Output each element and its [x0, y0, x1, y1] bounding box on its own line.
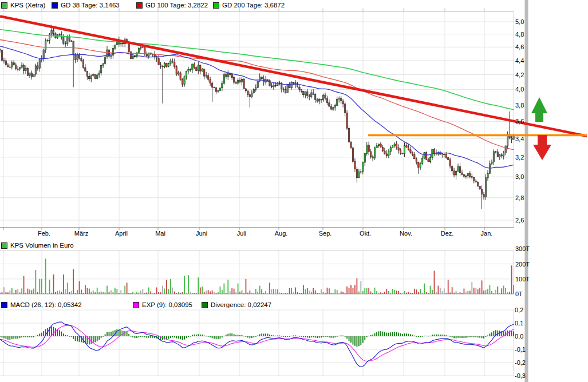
candle-body: [321, 100, 322, 100]
candle-body: [142, 47, 143, 47]
divergence-bar: [452, 336, 453, 337]
candle-body: [164, 63, 165, 67]
divergence-bar: [337, 336, 338, 337]
volume-bar: [396, 291, 397, 294]
divergence-bar: [400, 333, 401, 336]
candle-body: [29, 73, 30, 75]
candle-body: [144, 47, 145, 54]
divergence-bar: [309, 336, 310, 338]
divergence-bar: [204, 336, 205, 337]
macd-axis-label: 0,1: [515, 320, 523, 327]
volume-bar: [398, 291, 399, 294]
volume-bar: [238, 284, 239, 294]
candle-body: [317, 100, 318, 101]
candle-body: [428, 160, 429, 162]
divergence-bar: [128, 334, 129, 336]
candle-body: [25, 68, 26, 70]
candle-body: [392, 146, 393, 148]
divergence-bar: [269, 335, 270, 336]
candle-body: [249, 95, 250, 97]
volume-bar: [259, 286, 261, 294]
divergence-bar: [124, 331, 125, 336]
volume-bar: [116, 289, 117, 294]
divergence-bar: [325, 336, 326, 337]
divergence-bar: [406, 333, 407, 336]
volume-bar: [55, 292, 56, 294]
candle-body: [86, 71, 88, 76]
divergence-bar: [57, 329, 58, 336]
divergence-bar: [139, 336, 140, 337]
price-axis-label: 3,6: [515, 118, 524, 125]
divergence-bar: [364, 336, 365, 340]
candle-body: [218, 90, 219, 91]
divergence-bar: [93, 336, 94, 343]
candle-body: [348, 128, 349, 142]
volume-bar: [190, 292, 191, 294]
candle-body: [384, 151, 385, 154]
candle-body: [364, 153, 365, 162]
candle-body: [360, 172, 361, 172]
candle-body: [210, 79, 211, 83]
candle-body: [467, 174, 468, 176]
volume-bar: [490, 285, 491, 294]
up-arrow-icon: [531, 97, 547, 122]
volume-bar: [456, 291, 457, 294]
macd-legend-macd: MACD (26, 12): 0,05342: [1, 301, 82, 309]
price-chart-canvas[interactable]: 5,04,84,64,44,24,03,83,63,43,23,02,82,63…: [0, 0, 588, 382]
price-axis-label: 4,4: [515, 57, 524, 64]
candle-body: [402, 153, 403, 154]
divergence-bar: [370, 335, 372, 336]
divergence-bar: [238, 335, 239, 337]
candle-body: [463, 174, 464, 176]
candle-body: [493, 152, 494, 162]
divergence-bar: [164, 336, 165, 340]
volume-bar: [21, 288, 22, 294]
axis-labels-layer: 5,04,84,64,44,24,03,83,63,43,23,02,82,63…: [38, 18, 530, 379]
divergence-bar: [426, 336, 427, 336]
divergence-bar: [140, 336, 141, 337]
divergence-bar: [467, 336, 468, 337]
volume-bar: [501, 288, 502, 294]
volume-bar: [337, 290, 338, 294]
candle-body: [207, 75, 208, 79]
volume-bar: [404, 291, 405, 294]
candle-body: [303, 91, 304, 94]
candle-body: [368, 145, 369, 152]
candle-body: [17, 69, 18, 69]
divergence-bar: [132, 336, 133, 337]
candle-body: [181, 79, 183, 85]
divergence-bar: [69, 336, 70, 337]
volume-bar: [499, 293, 500, 294]
volume-bar: [166, 280, 167, 294]
volume-bar: [47, 293, 48, 294]
candle-body: [461, 173, 463, 174]
candle-body: [31, 73, 32, 77]
volume-bar: [13, 293, 14, 294]
divergence-bar: [394, 332, 395, 336]
divergence-bar: [196, 335, 197, 336]
divergence-bar: [418, 336, 419, 337]
candle-body: [301, 90, 302, 91]
divergence-bar: [307, 336, 308, 337]
candle-body: [230, 74, 231, 75]
candle-body: [362, 162, 364, 172]
volume-bar: [212, 291, 213, 294]
candle-body: [444, 154, 445, 154]
volume-bar: [146, 292, 147, 294]
volume-bar: [350, 285, 352, 294]
candle-body: [275, 85, 276, 86]
month-label: Mai: [155, 230, 165, 237]
divergence-bar: [97, 336, 98, 341]
divergence-bar: [315, 336, 316, 338]
volume-bar: [3, 287, 5, 294]
candle-body: [451, 166, 452, 171]
candle-body: [370, 152, 371, 157]
divergence-bar: [487, 336, 488, 337]
volume-bar: [90, 292, 92, 294]
candle-body: [123, 43, 124, 43]
divergence-bar: [303, 336, 304, 337]
volume-axis-label: 200T: [515, 261, 530, 268]
divergence-bar: [231, 333, 232, 336]
candle-body: [106, 50, 108, 57]
divergence-bar: [412, 335, 413, 337]
